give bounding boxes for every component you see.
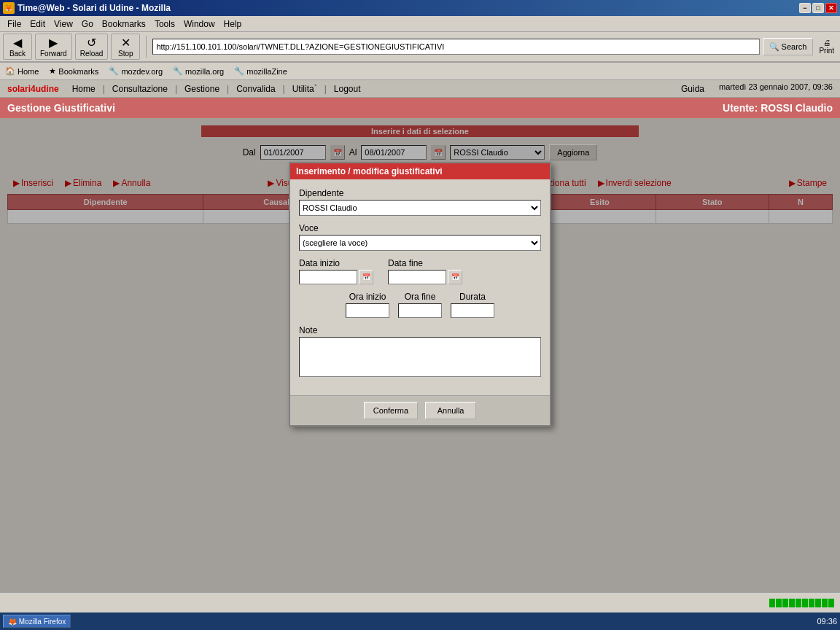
durata-input[interactable]: [451, 303, 494, 318]
note-textarea[interactable]: [299, 337, 541, 377]
taskbar-firefox[interactable]: 🦊 Mozilla Firefox: [3, 615, 71, 628]
print-label: Print: [819, 47, 834, 55]
data-fine-input[interactable]: [388, 270, 446, 284]
nav-consultazione[interactable]: Consultazione: [106, 82, 174, 96]
menubar: File Edit View Go Bookmarks Tools Window…: [0, 16, 840, 32]
toolbar-separator: [146, 36, 147, 58]
modal-annulla-button[interactable]: Annulla: [425, 402, 476, 419]
dipendente-group: Dipendente ROSSI Claudio: [299, 188, 541, 216]
time-row: Ora inizio Ora fine Durata: [299, 292, 541, 318]
toolbar: ◀ Back ▶ Forward ↺ Reload ✕ Stop 🔍 Searc…: [0, 32, 840, 63]
app-nav: solari4udine Home | Consultazione | Gest…: [0, 80, 840, 98]
voce-group: Voce (scegliere la voce): [299, 223, 541, 251]
user-label: Utente: ROSSI Claudio: [723, 102, 833, 114]
address-input[interactable]: [152, 39, 759, 55]
modal-title: Inserimento / modifica giustificativi: [296, 166, 443, 176]
bookmark-mozillazine-label: mozillaZine: [246, 67, 287, 76]
progress-seg-4: [789, 599, 795, 607]
nav-utilita[interactable]: Utilita`: [287, 82, 323, 96]
menu-view[interactable]: View: [50, 18, 77, 31]
menu-file[interactable]: File: [3, 18, 26, 31]
taskbar-clock: 09:36: [817, 617, 837, 626]
reload-button[interactable]: ↺ Reload: [75, 34, 109, 60]
app-logo: solari4udine: [7, 84, 59, 94]
note-group: Note: [299, 325, 541, 379]
progress-seg-7: [809, 599, 814, 607]
bookmark-mozillazine[interactable]: 🔧 mozillaZine: [232, 66, 289, 77]
data-fine-field: Data fine 📅: [388, 258, 462, 284]
data-inizio-field: Data inizio 📅: [299, 258, 373, 284]
nav-convalida[interactable]: Convalida: [230, 82, 281, 96]
bookmark-mozilla[interactable]: 🔧 mozilla.org: [171, 66, 226, 77]
progress-seg-6: [802, 599, 808, 607]
data-inizio-input[interactable]: [299, 270, 357, 284]
progress-seg-5: [796, 599, 801, 607]
mozillazine-icon: 🔧: [234, 66, 244, 76]
dipendente-select[interactable]: ROSSI Claudio: [299, 200, 541, 216]
back-label: Back: [9, 50, 26, 58]
nav-home[interactable]: Home: [66, 82, 101, 96]
modal-dialog: Inserimento / modifica giustificativi Di…: [289, 162, 551, 427]
modal-titlebar: Inserimento / modifica giustificativi: [290, 163, 550, 179]
bookmark-mozdev[interactable]: 🔧 mozdev.org: [106, 66, 165, 77]
progress-seg-2: [776, 599, 782, 607]
stop-icon: ✕: [121, 36, 131, 50]
ora-inizio-field: Ora inizio: [346, 292, 389, 318]
page-title: Gestione Giustificativi: [7, 102, 115, 114]
address-bar: 🔍 Search: [152, 38, 813, 55]
voce-select[interactable]: (scegliere la voce): [299, 235, 541, 251]
bookmark-home-label: Home: [18, 67, 39, 76]
progress-seg-3: [782, 599, 788, 607]
main-content: Inserire i dati di selezione Dal 📅 Al 📅 …: [0, 118, 840, 592]
ora-fine-label: Ora fine: [405, 292, 436, 302]
nav-gestione[interactable]: Gestione: [179, 82, 225, 96]
menu-tools[interactable]: Tools: [150, 18, 179, 31]
data-fine-input-row: 📅: [388, 270, 462, 284]
bookmark-mozdev-label: mozdev.org: [121, 67, 163, 76]
nav-logout[interactable]: Logout: [328, 82, 367, 96]
date-row: Data inizio 📅 Data fine 📅: [299, 258, 541, 284]
maximize-button[interactable]: □: [812, 3, 824, 13]
data-fine-calendar-button[interactable]: 📅: [448, 270, 462, 284]
bookmark-bookmarks-label: Bookmarks: [58, 67, 98, 76]
ora-inizio-label: Ora inizio: [349, 292, 386, 302]
forward-button[interactable]: ▶ Forward: [35, 34, 72, 60]
print-icon: 🖨: [823, 39, 831, 47]
back-button[interactable]: ◀ Back: [3, 34, 32, 60]
durata-field: Durata: [451, 292, 494, 318]
conferma-button[interactable]: Conferma: [364, 402, 418, 419]
durata-label: Durata: [459, 292, 486, 302]
ora-inizio-input[interactable]: [346, 303, 389, 318]
window-controls[interactable]: − □ ✕: [799, 3, 837, 13]
titlebar-left: 🦊 Time@Web - Solari di Udine - Mozilla: [3, 2, 171, 14]
progress-seg-10: [828, 599, 834, 607]
datetime-display: martedì 23 gennaio 2007, 09:36: [719, 82, 833, 96]
taskbar: 🦊 Mozilla Firefox 09:36: [0, 612, 840, 630]
bookmark-home[interactable]: 🏠 Home: [3, 66, 41, 77]
nav-right: Guida martedì 23 gennaio 2007, 09:36: [675, 82, 833, 96]
bookmark-bookmarks[interactable]: ★ Bookmarks: [47, 66, 101, 77]
ora-fine-input[interactable]: [398, 303, 442, 318]
modal-overlay: Inserimento / modifica giustificativi Di…: [0, 118, 840, 592]
data-inizio-calendar-button[interactable]: 📅: [359, 270, 373, 284]
titlebar: 🦊 Time@Web - Solari di Udine - Mozilla −…: [0, 0, 840, 16]
minimize-button[interactable]: −: [799, 3, 811, 13]
search-button[interactable]: 🔍 Search: [763, 38, 814, 55]
modal-footer: Conferma Annulla: [290, 395, 550, 425]
progress-seg-8: [815, 599, 821, 607]
print-button[interactable]: 🖨 Print: [816, 37, 837, 56]
menu-bookmarks[interactable]: Bookmarks: [98, 18, 150, 31]
menu-edit[interactable]: Edit: [26, 18, 50, 31]
search-icon: 🔍: [769, 42, 779, 52]
menu-go[interactable]: Go: [77, 18, 98, 31]
modal-body: Dipendente ROSSI Claudio Voce (scegliere…: [290, 179, 550, 395]
nav-guida[interactable]: Guida: [675, 82, 710, 96]
progress-seg-9: [822, 599, 828, 607]
mozilla-icon: 🔧: [173, 66, 183, 76]
data-inizio-label: Data inizio: [299, 258, 373, 268]
stop-button[interactable]: ✕ Stop: [111, 34, 140, 60]
close-button[interactable]: ✕: [825, 3, 837, 13]
menu-help[interactable]: Help: [219, 18, 246, 31]
voce-label: Voce: [299, 223, 541, 233]
menu-window[interactable]: Window: [179, 18, 219, 31]
